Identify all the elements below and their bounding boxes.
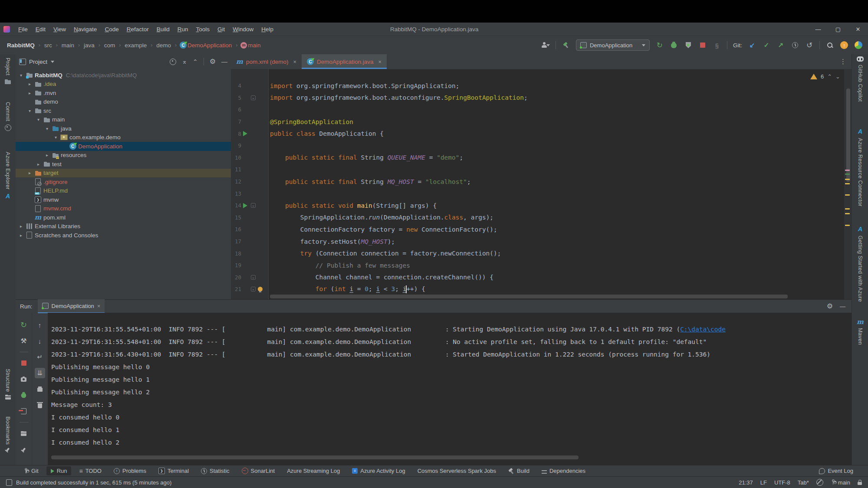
locate-file-icon[interactable]: [170, 59, 176, 65]
highlighting-level-icon[interactable]: [816, 479, 823, 486]
stop-icon[interactable]: [19, 358, 29, 368]
edit-configuration-wrench-icon[interactable]: ⚒: [19, 336, 29, 346]
stripe-button-azure-resource-connector[interactable]: AAzure Resource Connector: [852, 128, 868, 206]
chevron-right-icon[interactable]: ▸: [35, 162, 42, 167]
menu-item-window[interactable]: Window: [229, 26, 257, 33]
tree-item-resources[interactable]: ▸resources: [16, 151, 231, 160]
tree-item-scratches-and-consoles[interactable]: ▸Scratches and Consoles: [16, 231, 231, 240]
git-update-icon[interactable]: ↙: [748, 41, 756, 49]
gradle-orb-icon[interactable]: [854, 41, 863, 49]
chevron-right-icon[interactable]: ▸: [17, 224, 25, 229]
thread-dump-camera-icon[interactable]: [19, 374, 29, 384]
menu-item-git[interactable]: Git: [214, 26, 229, 33]
error-stripe-mark[interactable]: [845, 179, 850, 180]
breadcrumb-item[interactable]: java: [83, 42, 95, 49]
stripe-button-getting-started-with-azure[interactable]: AGetting Started with Azure: [852, 226, 868, 302]
ide-update-icon[interactable]: ↑: [840, 41, 848, 49]
tree-item-help-md[interactable]: MDHELP.md: [16, 187, 231, 196]
tree-item-src[interactable]: ▾src: [16, 106, 231, 115]
close-icon[interactable]: ×: [97, 303, 101, 309]
git-commit-icon[interactable]: ✓: [762, 41, 771, 49]
debug-button[interactable]: [670, 41, 678, 49]
chevron-down-icon[interactable]: [51, 61, 54, 63]
chevron-down-icon[interactable]: ▾: [17, 73, 25, 78]
fold-gutter-icon[interactable]: ⌄: [251, 203, 256, 208]
error-stripe-mark[interactable]: [845, 208, 850, 210]
chevron-down-icon[interactable]: ▾: [52, 135, 59, 140]
gear-icon[interactable]: ⚙: [210, 59, 216, 65]
menu-item-edit[interactable]: Edit: [32, 26, 49, 33]
tree-item-main[interactable]: ▾main: [16, 115, 231, 124]
tree-item-test[interactable]: ▸test: [16, 160, 231, 169]
run-button[interactable]: ↻: [655, 41, 664, 49]
stripe-button-maven[interactable]: mMaven: [852, 319, 868, 345]
status-item-utf8[interactable]: UTF-8: [774, 479, 790, 486]
next-warning-icon[interactable]: ⌄: [835, 73, 840, 80]
run-configuration-select[interactable]: DemoApplication: [576, 39, 650, 51]
tool-window-button-azure-streaming-log[interactable]: Azure Streaming Log: [283, 466, 344, 475]
user-account-icon[interactable]: [541, 41, 550, 49]
down-stacktrace-icon[interactable]: ↓: [35, 336, 45, 346]
tool-window-button-problems[interactable]: !Problems: [109, 466, 151, 475]
editor-vertical-scrollbar[interactable]: [846, 88, 850, 182]
editor-error-stripe[interactable]: [844, 69, 852, 299]
tree-item-demoapplication[interactable]: CDemoApplication: [16, 142, 231, 151]
tree-item-java[interactable]: ▾java: [16, 124, 231, 133]
stripe-button-commit[interactable]: Commit: [0, 102, 16, 131]
menu-item-navigate[interactable]: Navigate: [70, 26, 101, 33]
breadcrumb-item[interactable]: demo: [155, 42, 172, 49]
search-everywhere-icon[interactable]: [825, 41, 834, 49]
git-push-icon[interactable]: ↗: [776, 41, 785, 49]
pin-tab-icon[interactable]: [19, 444, 29, 455]
status-item-lf[interactable]: LF: [760, 479, 767, 486]
editor-tab-demoapplication-java[interactable]: CDemoApplication.java×: [302, 54, 387, 69]
tool-window-button-statistic[interactable]: Statistic: [197, 466, 234, 475]
tree-item--mvn[interactable]: ▸.mvn: [16, 88, 231, 98]
rerun-icon[interactable]: ↻: [19, 320, 29, 330]
error-stripe-mark[interactable]: [845, 225, 850, 226]
tool-window-button-todo[interactable]: ≡TODO: [75, 466, 106, 475]
tool-window-button-cosmos-serverless-spark-jobs[interactable]: Cosmos Serverless Spark Jobs: [413, 466, 500, 475]
scroll-to-end-icon[interactable]: ⇊: [35, 368, 45, 378]
print-icon[interactable]: [35, 384, 45, 394]
menu-item-refactor[interactable]: Refactor: [123, 26, 153, 33]
tab-options-kebab-icon[interactable]: ⋮: [835, 54, 852, 69]
chevron-right-icon[interactable]: ▸: [26, 82, 33, 86]
run-tab[interactable]: DemoApplication ×: [38, 299, 105, 313]
console-horizontal-scrollbar[interactable]: [51, 455, 579, 459]
stripe-button-azure-explorer[interactable]: Azure ExplorerA: [0, 152, 16, 200]
tool-window-button-terminal[interactable]: ❯Terminal: [154, 466, 193, 475]
lock-icon[interactable]: [858, 480, 862, 485]
run-gutter-icon[interactable]: [243, 131, 247, 136]
expand-all-icon[interactable]: ⌅: [182, 59, 187, 65]
tree-item-demo[interactable]: demo: [16, 98, 231, 107]
tool-window-button-git[interactable]: Git: [19, 466, 43, 475]
error-stripe-mark[interactable]: [845, 170, 850, 171]
breadcrumb-item[interactable]: com: [103, 42, 116, 49]
tree-item--idea[interactable]: ▸.idea: [16, 80, 231, 89]
tree-item-pom-xml[interactable]: mpom.xml: [16, 213, 231, 222]
attach-debugger-icon[interactable]: [19, 390, 29, 400]
tool-window-button-build[interactable]: Build: [504, 466, 534, 475]
stripe-button-project[interactable]: Project: [0, 58, 16, 85]
hide-panel-icon[interactable]: —: [221, 59, 227, 65]
menu-item-build[interactable]: Build: [153, 26, 174, 33]
chevron-right-icon[interactable]: ▸: [26, 170, 33, 175]
breadcrumb-item[interactable]: src: [43, 42, 53, 49]
exit-process-icon[interactable]: [19, 406, 29, 416]
up-stacktrace-icon[interactable]: ↑: [35, 320, 45, 330]
close-icon[interactable]: ×: [291, 59, 296, 65]
console-file-link[interactable]: C:\data\code: [680, 326, 726, 333]
collapse-all-icon[interactable]: ⌃: [193, 59, 198, 65]
prev-warning-icon[interactable]: ⌃: [827, 73, 832, 80]
run-with-coverage-button[interactable]: [684, 41, 693, 49]
tool-window-button-azure-activity-log[interactable]: ≡Azure Activity Log: [348, 466, 409, 475]
menu-item-help[interactable]: Help: [257, 26, 277, 33]
hide-panel-icon[interactable]: —: [840, 303, 845, 310]
error-stripe-mark[interactable]: [845, 183, 850, 184]
soft-wrap-icon[interactable]: ↵: [35, 352, 45, 362]
status-item-2137[interactable]: 21:37: [739, 479, 753, 486]
tree-item-com-example-demo[interactable]: ▾com.example.demo: [16, 133, 231, 142]
menu-item-view[interactable]: View: [49, 26, 70, 33]
editor-tab-pom-xml--demo-[interactable]: mpom.xml (demo)×: [231, 54, 302, 69]
